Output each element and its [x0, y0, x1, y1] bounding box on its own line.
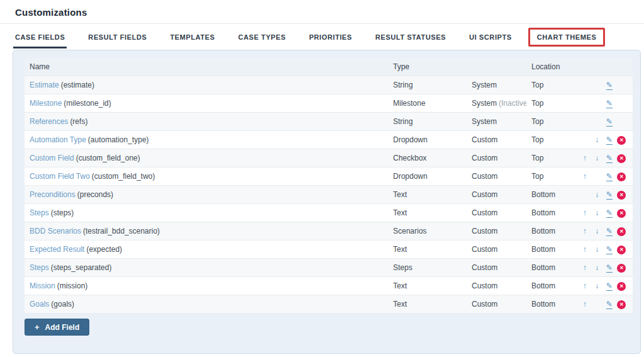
edit-pencil-icon[interactable]: ✎ — [606, 263, 613, 273]
column-header-location: Location — [526, 62, 574, 71]
move-up-icon[interactable]: ↑ — [583, 300, 587, 309]
field-name-link[interactable]: Steps — [30, 208, 49, 217]
tab-label: CASE TYPES — [238, 33, 286, 41]
field-origin: Custom — [472, 208, 497, 217]
field-origin: Custom — [472, 190, 497, 199]
delete-icon[interactable]: ✕ — [617, 227, 626, 236]
move-up-icon[interactable]: ↑ — [583, 263, 587, 272]
field-name-link[interactable]: Custom Field — [30, 154, 74, 162]
table-row: Custom Field Two(custom_field_two) Dropd… — [25, 167, 633, 185]
delete-icon[interactable]: ✕ — [617, 246, 626, 254]
tab-case-fields[interactable]: CASE FIELDS — [15, 24, 65, 50]
move-up-icon[interactable]: ↑ — [583, 154, 587, 162]
field-name-link[interactable]: Expected Result — [30, 245, 84, 254]
move-down-icon[interactable]: ↓ — [595, 263, 599, 272]
field-name-link[interactable]: Estimate — [30, 81, 59, 89]
tab-label: RESULT STATUSES — [375, 33, 446, 41]
move-up-icon[interactable]: ↑ — [583, 281, 587, 290]
field-origin: System — [472, 81, 497, 89]
edit-pencil-icon[interactable]: ✎ — [606, 190, 613, 200]
move-up-icon[interactable]: ↑ — [583, 227, 587, 235]
delete-icon[interactable]: ✕ — [617, 209, 626, 218]
field-location: Bottom — [526, 227, 574, 235]
field-location: Bottom — [526, 281, 574, 290]
tab-result-statuses[interactable]: RESULT STATUSES — [375, 24, 446, 50]
field-location: Top — [526, 81, 574, 89]
add-field-button[interactable]: + Add Field — [25, 319, 89, 336]
edit-pencil-icon[interactable]: ✎ — [606, 99, 613, 108]
tab-chart-themes[interactable]: CHART THEMES — [537, 30, 597, 45]
field-location: Bottom — [526, 208, 574, 217]
field-name-link[interactable]: Goals — [30, 300, 49, 309]
field-origin: Custom — [472, 172, 497, 181]
edit-pencil-icon[interactable]: ✎ — [606, 154, 613, 163]
move-down-icon[interactable]: ↓ — [595, 208, 599, 217]
field-location: Bottom — [526, 263, 574, 272]
move-down-icon[interactable]: ↓ — [595, 154, 599, 162]
field-system-name: (custom_field_two) — [92, 172, 155, 181]
field-type: Steps — [388, 263, 467, 272]
edit-pencil-icon[interactable]: ✎ — [606, 300, 613, 309]
field-name-link[interactable]: Milestone — [30, 99, 62, 108]
tab-ui-scripts[interactable]: UI SCRIPTS — [469, 24, 512, 50]
add-field-button-label: Add Field — [45, 323, 80, 332]
edit-pencil-icon[interactable]: ✎ — [606, 281, 613, 291]
delete-icon[interactable]: ✕ — [617, 264, 626, 273]
move-down-icon[interactable]: ↓ — [595, 281, 599, 290]
table-row: BDD Scenarios(testrail_bdd_scenario) Sce… — [25, 222, 633, 240]
edit-pencil-icon[interactable]: ✎ — [606, 208, 613, 218]
field-origin: Custom — [472, 281, 497, 290]
delete-icon[interactable]: ✕ — [617, 136, 626, 145]
field-system-name: (steps) — [51, 208, 74, 217]
table-body: Estimate(estimate) String System Top ↑ ↓… — [25, 76, 633, 313]
field-name-link[interactable]: BDD Scenarios — [30, 227, 81, 235]
tab-priorities[interactable]: PRIORITIES — [309, 24, 352, 50]
delete-icon[interactable]: ✕ — [617, 154, 626, 163]
tab-label: TEMPLATES — [170, 33, 215, 41]
column-header-name: Name — [25, 62, 388, 71]
delete-icon[interactable]: ✕ — [617, 300, 626, 309]
edit-pencil-icon[interactable]: ✎ — [606, 117, 613, 127]
page-title: Customizations — [15, 7, 629, 18]
edit-pencil-icon[interactable]: ✎ — [606, 135, 613, 145]
delete-icon[interactable]: ✕ — [617, 173, 626, 181]
move-up-icon[interactable]: ↑ — [583, 245, 587, 254]
move-down-icon[interactable]: ↓ — [595, 227, 599, 235]
edit-pencil-icon[interactable]: ✎ — [606, 227, 613, 236]
tab-templates[interactable]: TEMPLATES — [170, 24, 215, 50]
move-down-icon[interactable]: ↓ — [595, 245, 599, 254]
case-fields-panel: Name Type Location Estimate(estimate) St… — [13, 50, 641, 354]
field-origin: Custom — [472, 227, 497, 235]
delete-icon[interactable]: ✕ — [617, 282, 626, 291]
field-origin: System — [472, 99, 497, 108]
field-type: String — [388, 117, 467, 126]
annotation-highlight-box: CHART THEMES — [528, 28, 606, 47]
field-origin: Custom — [472, 154, 497, 162]
move-down-icon[interactable]: ↓ — [595, 190, 599, 199]
tab-label: CASE FIELDS — [15, 33, 65, 41]
field-name-link[interactable]: References — [30, 117, 68, 126]
field-location: Top — [526, 117, 574, 126]
tab-label: PRIORITIES — [309, 33, 352, 41]
field-name-link[interactable]: Preconditions — [30, 190, 75, 199]
delete-icon[interactable]: ✕ — [617, 191, 626, 200]
field-origin-note: (Inactive) — [499, 99, 526, 108]
field-system-name: (automation_type) — [88, 135, 149, 144]
field-system-name: (estimate) — [61, 81, 94, 89]
tab-result-fields[interactable]: RESULT FIELDS — [88, 24, 147, 50]
field-name-link[interactable]: Steps — [30, 263, 49, 272]
field-name-link[interactable]: Custom Field Two — [30, 172, 90, 181]
move-up-icon[interactable]: ↑ — [583, 172, 587, 181]
field-name-link[interactable]: Mission — [30, 281, 55, 290]
tab-case-types[interactable]: CASE TYPES — [238, 24, 286, 50]
field-type: Text — [388, 245, 467, 254]
field-name-link[interactable]: Automation Type — [30, 135, 86, 144]
move-down-icon[interactable]: ↓ — [595, 135, 599, 144]
field-origin: Custom — [472, 245, 497, 254]
field-type: Milestone — [388, 99, 467, 108]
edit-pencil-icon[interactable]: ✎ — [606, 81, 613, 90]
move-up-icon[interactable]: ↑ — [583, 208, 587, 217]
edit-pencil-icon[interactable]: ✎ — [606, 172, 613, 181]
edit-pencil-icon[interactable]: ✎ — [606, 245, 613, 254]
table-row: Expected Result(expected) Text Custom Bo… — [25, 240, 633, 258]
